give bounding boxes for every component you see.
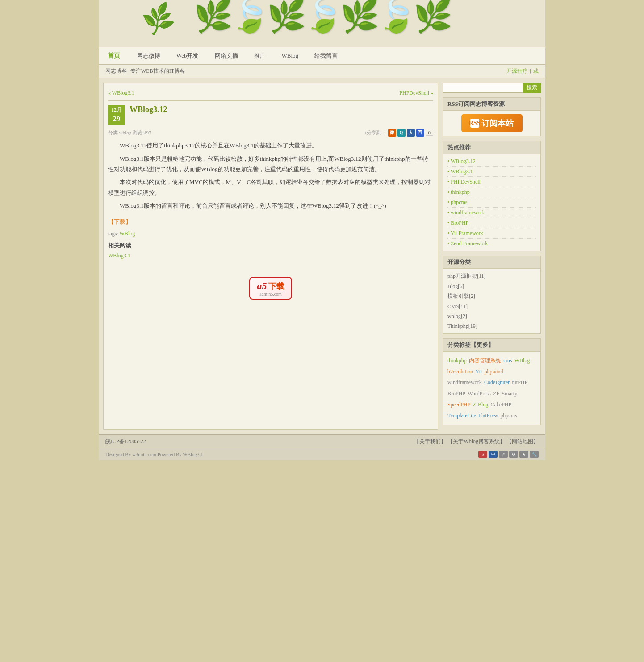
tag-17[interactable]: TemplateLite [447, 412, 476, 419]
cat-item-4[interactable]: wblog[2] [447, 313, 467, 319]
search-box: 搜索 [443, 83, 541, 93]
tag-10[interactable]: BroPHP [447, 390, 465, 397]
tags-section: 分类标签【更多】 thinkphp 内容管理系统 cms WBlog b2evo… [443, 338, 541, 425]
admin5-logo-box[interactable]: a5 下载 admin5.com [249, 277, 292, 300]
tag-0[interactable]: thinkphp [447, 357, 467, 364]
admin5-logo-text: a5 [257, 280, 267, 291]
nav-item-liuyan[interactable]: 给我留言 [306, 47, 346, 65]
list-item: windframework [447, 208, 536, 218]
cat-item-5[interactable]: Thinkphp[19] [447, 323, 477, 329]
list-item: Zend Framework [447, 239, 536, 248]
next-article-link[interactable]: PHPDevShell » [399, 90, 433, 96]
tag-14[interactable]: SpeedPHP [447, 402, 470, 408]
open-source-title: 开源分类 [443, 256, 540, 269]
admin5-sub-text: admin5.com [257, 292, 284, 297]
cat-item-2[interactable]: 模板引擎[2] [447, 293, 475, 299]
tags-line: tags: WBlog [108, 230, 433, 237]
breadcrumb: « WBlog3.1 PHPDevShell » [108, 88, 433, 101]
hot-item-7[interactable]: Yii Framework [447, 230, 483, 236]
tag-4[interactable]: b2evolution [447, 369, 473, 375]
footer-link-wblog[interactable]: 关于Wblog博客系统 [453, 438, 500, 444]
download-link[interactable]: 下载 [108, 218, 131, 226]
footer-icon-s: S [478, 451, 487, 458]
nav-item-wenzhang[interactable]: 网络文摘 [207, 47, 246, 65]
prev-article-link[interactable]: « WBlog3.1 [108, 90, 134, 96]
hot-item-3[interactable]: thinkphp [447, 189, 470, 195]
tag-9[interactable]: nitPHP [512, 379, 527, 385]
list-item: PHPDevShell [447, 177, 536, 187]
tag-3[interactable]: WBlog [514, 357, 530, 364]
rss-subscribe-area: RSS 订阅本站 [443, 111, 540, 136]
nav-bar: 首页 网志微博 Web开发 网络文摘 推广 WBlog 给我留言 [99, 47, 545, 65]
tag-8[interactable]: CodeIgniter [484, 379, 510, 385]
footer-icon-arr1: ↗ [499, 451, 508, 458]
list-item: thinkphp [447, 187, 536, 197]
footer-icon-tool: 🔧 [530, 451, 539, 458]
hot-item-8[interactable]: Zend Framework [447, 240, 488, 247]
hot-item-5[interactable]: windframework [447, 209, 485, 216]
tags-cloud: thinkphp 内容管理系统 cms WBlog b2evolution Yi… [443, 352, 540, 425]
admin5-download-text: 下载 [268, 282, 284, 291]
tag-16[interactable]: CakePHP [491, 402, 512, 408]
search-input[interactable] [443, 83, 523, 93]
list-item: WBlog3.12 [447, 156, 536, 167]
open-source-link[interactable]: 开源程序下载 [506, 67, 539, 75]
tag-11[interactable]: WordPress [468, 390, 491, 397]
article-para-3: 本次对代码的优化，使用了MVC的模式，M、V、C各司其职，如逻辑业务交给了数据表… [108, 177, 433, 198]
nav-item-webdev[interactable]: Web开发 [168, 47, 207, 65]
tag-12[interactable]: ZF [493, 390, 499, 397]
footer-link-sitemap[interactable]: 网站地图 [512, 438, 533, 444]
hot-item-1[interactable]: WBlog3.1 [447, 168, 473, 175]
footer-link-about[interactable]: 关于我们 [419, 438, 441, 444]
cat-item-1[interactable]: Blog[6] [447, 283, 464, 289]
hot-item-2[interactable]: PHPDevShell [447, 179, 481, 185]
tag-5[interactable]: Yii [476, 369, 482, 375]
renren-share-icon[interactable]: 人 [407, 129, 415, 137]
footer-icons: S 中 ↗ ⚙ ★ 🔧 [478, 451, 539, 458]
rss-section: RSS订阅网志博客资源 RSS 订阅本站 [443, 97, 541, 136]
qq-share-icon[interactable]: Q [397, 129, 406, 137]
article-content: WBlog3.12使用了thinkphp3.12的核心并且在WBlog3.1的基… [108, 140, 433, 211]
article-month: 12月 [108, 106, 125, 114]
article-date: 12月 29 [108, 105, 125, 125]
open-source-section: 开源分类 php开源框架[11] Blog[6] 模板引擎[2] CMS[11]… [443, 256, 541, 334]
list-item: Blog[6] [447, 281, 536, 291]
cat-item-0[interactable]: php开源框架[11] [447, 273, 486, 279]
hot-item-0[interactable]: WBlog3.12 [447, 158, 476, 164]
nav-item-wblog[interactable]: WBlog [274, 47, 307, 65]
open-source-list: php开源框架[11] Blog[6] 模板引擎[2] CMS[11] wblo… [443, 269, 540, 333]
hot-item-4[interactable]: phpcms [447, 199, 468, 205]
rss-icon: RSS [470, 119, 479, 128]
admin5-banner: a5 下载 admin5.com [108, 268, 433, 309]
rss-subscribe-button[interactable]: RSS 订阅本站 [461, 114, 523, 132]
hot-list: WBlog3.12 WBlog3.1 PHPDevShell thinkphp … [443, 154, 540, 251]
footer-icon-star: ★ [519, 451, 528, 458]
baidu-share-icon[interactable]: 百 [416, 129, 424, 137]
nav-home[interactable]: 首页 [99, 52, 129, 60]
tag-18[interactable]: FlatPress [478, 412, 498, 419]
article-day: 29 [108, 114, 125, 124]
related-title: 相关阅读 [108, 242, 433, 250]
tag-7[interactable]: windframework [447, 379, 482, 385]
hot-item-6[interactable]: BroPHP [447, 220, 468, 226]
list-item: phpcms [447, 197, 536, 208]
weibo-share-icon[interactable]: 微 [388, 129, 396, 137]
hot-section: 热点推荐 WBlog3.12 WBlog3.1 PHPDevShell thin… [443, 141, 541, 251]
tag-19[interactable]: phpcms [500, 412, 517, 419]
article-para-1: WBlog3.12使用了thinkphp3.12的核心并且在WBlog3.1的基… [108, 140, 433, 151]
nav-item-tuiguang[interactable]: 推广 [246, 47, 274, 65]
related-link-1[interactable]: WBlog3.1 [108, 252, 130, 259]
site-subtitle: 网志博客--专注WEB技术的IT博客 [105, 67, 185, 75]
tag-6[interactable]: phpwind [485, 369, 503, 375]
nav-item-weibo[interactable]: 网志微博 [129, 47, 168, 65]
cat-item-3[interactable]: CMS[11] [447, 303, 468, 310]
tag-smarty[interactable]: Smarty [502, 390, 517, 397]
tag-1[interactable]: 内容管理系统 [469, 357, 501, 364]
header-decoration: 🌿🍃🌿🍃🌿🍃🌿 🌿 [99, 0, 545, 47]
search-button[interactable]: 搜索 [523, 83, 541, 93]
footer-icon-zh: 中 [489, 451, 498, 458]
tag-15[interactable]: Z-Blog [473, 402, 489, 408]
tag-2[interactable]: cms [503, 357, 512, 364]
tag-wblog[interactable]: WBlog [119, 230, 135, 237]
article-title: WBlog3.12 [130, 105, 167, 114]
